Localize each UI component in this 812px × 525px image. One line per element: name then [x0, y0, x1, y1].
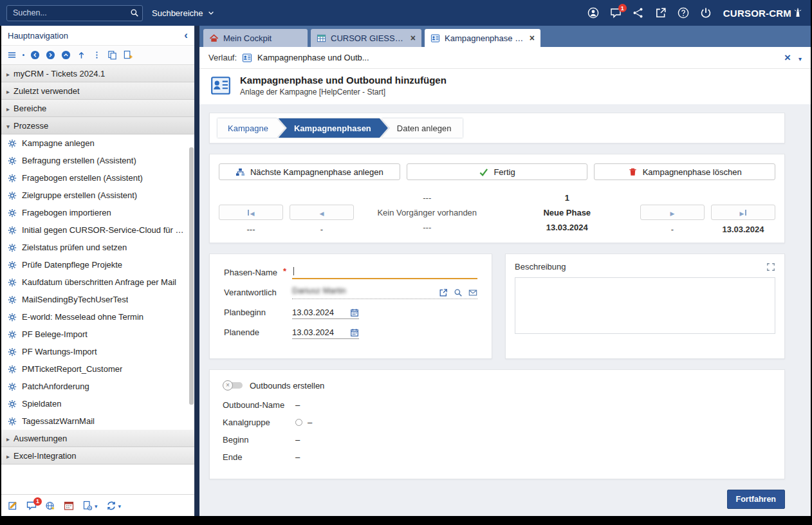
- triangle-collapsed-icon: [6, 104, 10, 113]
- process-item[interactable]: Zielgruppe erstellen (Assistent): [1, 187, 194, 204]
- user-account-icon[interactable]: [587, 7, 599, 19]
- process-item[interactable]: Befragung erstellen (Assistent): [1, 152, 194, 169]
- scrollbar-thumb[interactable]: [189, 147, 194, 405]
- responsible-value: Dariusz Martin: [292, 286, 346, 295]
- process-item[interactable]: Prüfe Datenpflege Projekte: [1, 256, 194, 273]
- back-icon[interactable]: [30, 50, 40, 60]
- web-favorites-icon[interactable]: [45, 501, 55, 511]
- previous-phase-button[interactable]: [290, 205, 354, 220]
- search-icon[interactable]: [454, 288, 463, 297]
- process-item-label: PatchAnforderung: [22, 382, 89, 391]
- responsible-field[interactable]: Dariusz Martin: [292, 286, 477, 299]
- notifications-button[interactable]: 1: [610, 7, 622, 19]
- external-window-icon[interactable]: [655, 7, 667, 19]
- tab-kampagnenphase[interactable]: Kampagnenphase u...: [425, 29, 540, 47]
- tab-cursor-giessen[interactable]: CURSOR GIESSEN, Gi...: [311, 29, 421, 47]
- close-tab-icon[interactable]: [530, 33, 535, 43]
- search-icon[interactable]: [130, 8, 139, 17]
- logout-icon[interactable]: [700, 7, 712, 19]
- sidebar-section-excel-integration[interactable]: Excel-Integration: [1, 447, 194, 465]
- calendar-icon[interactable]: [64, 501, 74, 511]
- process-item[interactable]: Fragebogen erstellen (Assistent): [1, 169, 194, 187]
- search-areas-dropdown[interactable]: Suchbereiche: [152, 8, 215, 18]
- sidebar-scrollbar[interactable]: [189, 136, 194, 492]
- menu-icon[interactable]: [7, 50, 17, 60]
- phase-name-row: Phasen-Name *: [224, 266, 477, 279]
- next-phase-label: Nächste Kampagnenphase anlegen: [250, 167, 383, 177]
- calendar-icon[interactable]: [350, 328, 359, 337]
- wizard-step-kampagnenphasen[interactable]: Kampagnenphasen: [279, 118, 388, 138]
- first-phase-button[interactable]: [219, 205, 283, 220]
- phase-name-input[interactable]: [292, 266, 477, 279]
- chevron-down-icon[interactable]: [798, 52, 802, 64]
- search-input[interactable]: [6, 5, 143, 21]
- process-item[interactable]: Initial gegen CURSOR-Service-Cloud für S…: [1, 221, 194, 239]
- open-record-icon[interactable]: [439, 288, 448, 297]
- outbound-toggle[interactable]: [223, 380, 243, 391]
- plan-start-field[interactable]: 13.03.2024: [292, 308, 359, 319]
- sidebar-section-bereiche[interactable]: Bereiche: [1, 100, 194, 117]
- more-options-icon[interactable]: [92, 50, 102, 60]
- sidebar-splitter[interactable]: [194, 26, 199, 516]
- section-label: Prozesse: [14, 121, 48, 131]
- sync-icon[interactable]: [106, 501, 116, 511]
- process-item[interactable]: Zielstatus prüfen und setzen: [1, 239, 194, 256]
- process-item[interactable]: PF Wartungs-Import: [1, 343, 194, 360]
- tab-mein-cockpit[interactable]: Mein Cockpit: [203, 29, 308, 47]
- process-item[interactable]: TagessatzWarnMail: [1, 412, 194, 430]
- sidebar-section-zuletzt-verwendet[interactable]: Zuletzt verwendet: [1, 82, 194, 100]
- delete-phase-label: Kampagnenphase löschen: [643, 167, 742, 177]
- next-phase-nav-button[interactable]: [640, 205, 705, 220]
- continue-button[interactable]: Fortfahren: [727, 490, 786, 509]
- chevron-down-icon[interactable]: [95, 501, 98, 510]
- email-icon[interactable]: [468, 288, 477, 297]
- last-phase-button[interactable]: [711, 205, 775, 220]
- close-icon[interactable]: [784, 51, 791, 64]
- share-icon[interactable]: [632, 7, 644, 19]
- sidebar-section-auswertungen[interactable]: Auswertungen: [1, 430, 194, 447]
- process-item[interactable]: PMTicketReport_Customer: [1, 360, 194, 378]
- next-phase-button[interactable]: Nächste Kampagnenphase anlegen: [219, 163, 400, 180]
- help-icon[interactable]: [678, 7, 689, 19]
- messages-button[interactable]: 1: [26, 501, 37, 511]
- process-item[interactable]: PatchAnforderung: [1, 378, 194, 395]
- forward-icon[interactable]: [46, 50, 55, 60]
- delete-phase-button[interactable]: Kampagnenphase löschen: [594, 163, 775, 180]
- current-phase-info: 1 Neue Phase 13.03.2024: [501, 190, 634, 235]
- finish-button[interactable]: Fertig: [407, 163, 588, 180]
- history-entry[interactable]: Kampagnenphase und Outb...: [257, 53, 369, 62]
- process-item-label: PF Wartungs-Import: [22, 347, 97, 356]
- triangle-expanded-icon: [6, 121, 10, 131]
- process-item-label: Zielstatus prüfen und setzen: [22, 243, 127, 252]
- copy-icon[interactable]: [107, 50, 117, 60]
- calendar-icon[interactable]: [350, 308, 359, 317]
- notes-icon[interactable]: [8, 501, 18, 511]
- process-item[interactable]: MailSendingByTechUserTest: [1, 291, 194, 308]
- document-settings-icon[interactable]: [82, 501, 93, 511]
- check-icon: [479, 167, 488, 177]
- process-item[interactable]: Spieldaten: [1, 395, 194, 412]
- sidebar-section-prozesse[interactable]: Prozesse: [1, 117, 194, 134]
- sidebar-section-mycrm[interactable]: myCRM - Tickets 2024.1: [1, 65, 194, 82]
- plan-end-field[interactable]: 13.03.2024: [292, 327, 359, 339]
- process-item[interactable]: Kaufdatum überschritten Anfrage per Mail: [1, 273, 194, 291]
- sidebar-collapse-button[interactable]: [184, 29, 188, 42]
- expand-icon[interactable]: [766, 262, 775, 272]
- description-textarea[interactable]: [515, 277, 775, 334]
- up-circle-icon[interactable]: [61, 50, 71, 60]
- process-item[interactable]: Fragebogen importieren: [1, 204, 194, 221]
- close-tab-icon[interactable]: [411, 33, 416, 43]
- new-document-icon[interactable]: [123, 50, 133, 60]
- chevron-down-icon[interactable]: [118, 501, 122, 510]
- process-item[interactable]: PF Belege-Import: [1, 326, 194, 343]
- process-item[interactable]: E-world: Messelead ohne Termin: [1, 308, 194, 326]
- wizard-step-kampagne[interactable]: Kampagne: [217, 118, 285, 138]
- up-arrow-icon[interactable]: [77, 50, 86, 60]
- bar-icon: [248, 210, 249, 216]
- process-item[interactable]: Kampagne anlegen: [1, 134, 194, 152]
- phase-name-label: Phasen-Name: [224, 268, 283, 279]
- notification-badge: 1: [618, 4, 627, 12]
- process-item-label: PMTicketReport_Customer: [22, 364, 122, 374]
- wizard-step-daten-anlegen[interactable]: Daten anlegen: [382, 118, 463, 138]
- topbar: Suchbereiche 1 CURSOR-CRM: [0, 0, 811, 26]
